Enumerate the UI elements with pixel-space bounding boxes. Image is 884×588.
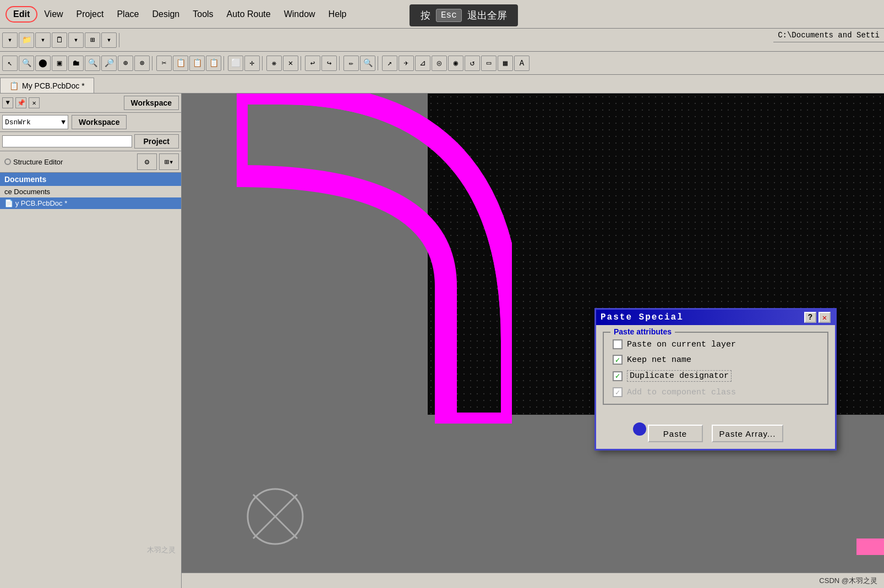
tb2-btn-29[interactable]: ▦: [498, 56, 513, 71]
sidebar-pin-btn[interactable]: ▼: [2, 97, 13, 108]
menu-project[interactable]: Project: [70, 7, 111, 21]
dialog-close-btn[interactable]: ✕: [818, 312, 831, 323]
sidebar-search-box[interactable]: [2, 135, 132, 147]
paste-array-button[interactable]: Paste Array...: [712, 425, 784, 442]
tb2-btn-1[interactable]: ↖: [2, 56, 18, 71]
dropdown-value: DsnWrk: [5, 118, 31, 127]
toolbar-btn-5[interactable]: ▾: [68, 32, 84, 48]
tb2-btn-19[interactable]: ↪: [321, 56, 337, 71]
tree-item-ce-documents[interactable]: ce Documents: [0, 186, 181, 197]
tb2-btn-30[interactable]: A: [514, 56, 530, 71]
path-display: C:\Documents and Setti: [773, 29, 884, 42]
tb2-btn-9[interactable]: ⊗: [134, 56, 150, 71]
tree-item-pcbdoc[interactable]: 📄 y PCB.PcbDoc *: [0, 197, 181, 209]
toolbar-btn-1[interactable]: ▾: [2, 32, 18, 48]
dialog-content: Paste attributes Paste on current layer …: [596, 325, 835, 420]
tb2-btn-10[interactable]: ✂: [156, 56, 172, 71]
tree-item-label: y PCB.PcbDoc *: [15, 199, 68, 207]
main-layout: ▼ 📌 ✕ Workspace DsnWrk ▼ Workspace Proje…: [0, 94, 884, 588]
menu-view[interactable]: View: [37, 7, 69, 21]
menu-tools[interactable]: Tools: [186, 7, 220, 21]
tb2-btn-18[interactable]: ↩: [305, 56, 320, 71]
tb2-btn-7[interactable]: 🔎: [101, 56, 117, 71]
structure-radio[interactable]: [4, 158, 11, 165]
tb2-sep-2: [223, 56, 226, 70]
sidebar-dock-btn[interactable]: 📌: [15, 97, 26, 108]
toolbar-btn-7[interactable]: ▾: [101, 32, 117, 48]
tb2-btn-20[interactable]: ✏: [343, 56, 359, 71]
dialog-title-buttons: ? ✕: [804, 312, 831, 323]
dialog-help-btn[interactable]: ?: [804, 312, 816, 323]
sidebar: ▼ 📌 ✕ Workspace DsnWrk ▼ Workspace Proje…: [0, 94, 182, 588]
menu-autoroute[interactable]: Auto Route: [220, 7, 277, 21]
toolbar-sep-1: [119, 33, 121, 47]
project-button[interactable]: Project: [134, 134, 179, 149]
tb2-btn-23[interactable]: ✈: [399, 56, 414, 71]
tb2-btn-16[interactable]: ❋: [266, 56, 282, 71]
tb2-btn-27[interactable]: ↺: [465, 56, 480, 71]
canvas-area: CSDN @木羽之灵 Paste Special ? ✕ Paste attri…: [182, 94, 884, 588]
checkbox-box-2[interactable]: ✓: [613, 355, 623, 365]
tabbar: 📋 My PCB.PcbDoc *: [0, 75, 884, 94]
tree-item-label: ce Documents: [4, 188, 50, 196]
sidebar-dropdown[interactable]: DsnWrk ▼: [2, 115, 68, 129]
tb2-btn-2[interactable]: 🔍: [19, 56, 34, 71]
tb2-btn-13[interactable]: 📋: [206, 56, 221, 71]
tb2-btn-14[interactable]: ⬜: [228, 56, 243, 71]
toolbar-btn-6[interactable]: ⊞: [85, 32, 100, 48]
tb2-sep-6: [378, 56, 380, 70]
tb2-sep-1: [152, 56, 154, 70]
menu-design[interactable]: Design: [145, 7, 186, 21]
tb2-btn-26[interactable]: ◉: [448, 56, 463, 71]
workspace-button[interactable]: Workspace: [124, 96, 179, 110]
menu-help[interactable]: Help: [322, 7, 353, 21]
tab-pcbdoc[interactable]: 📋 My PCB.PcbDoc *: [0, 78, 94, 93]
status-bar: CSDN @木羽之灵: [182, 573, 884, 588]
structure-icon-btn-2[interactable]: ⊞▾: [159, 153, 179, 170]
tab-icon: 📋: [9, 81, 19, 90]
tb2-btn-5[interactable]: 🖿: [68, 56, 84, 71]
tab-label: My PCB.PcbDoc *: [22, 81, 85, 90]
checkbox-add-component-class: ✓ Add to component class: [613, 387, 818, 397]
structure-editor-label: Structure Editor: [2, 158, 63, 166]
magenta-curve: [237, 94, 512, 424]
menu-place[interactable]: Place: [110, 7, 145, 21]
sidebar-search-row: Project: [0, 132, 181, 151]
checkbox-label-4: Add to component class: [627, 388, 736, 397]
esc-key: Esc: [436, 9, 462, 22]
toolbar-btn-2[interactable]: 📁: [19, 32, 34, 48]
checkbox-paste-current-layer[interactable]: Paste on current layer: [613, 339, 818, 349]
paste-attributes-legend: Paste attributes: [610, 327, 675, 336]
structure-icon-btn-1[interactable]: ⚙: [137, 153, 157, 170]
tb2-sep-5: [339, 56, 341, 70]
tb2-btn-3[interactable]: ⬤: [35, 56, 51, 71]
paste-button[interactable]: Paste: [648, 425, 703, 442]
tb2-btn-12[interactable]: 📋: [189, 56, 205, 71]
tb2-btn-25[interactable]: ◎: [432, 56, 447, 71]
tb2-btn-11[interactable]: 📋: [173, 56, 188, 71]
workspace-btn-2[interactable]: Workspace: [72, 115, 127, 129]
menu-edit[interactable]: Edit: [6, 6, 37, 23]
tree-section-documents: Documents: [0, 173, 181, 186]
menu-window[interactable]: Window: [277, 7, 322, 21]
checkbox-keep-net-name[interactable]: ✓ Keep net name: [613, 355, 818, 365]
tb2-btn-17[interactable]: ✕: [283, 56, 298, 71]
toolbar-btn-3[interactable]: ▾: [35, 32, 51, 48]
tb2-btn-8[interactable]: ⊕: [118, 56, 133, 71]
paste-special-dialog[interactable]: Paste Special ? ✕ Paste attributes Paste…: [594, 308, 837, 450]
tb2-btn-24[interactable]: ⊿: [415, 56, 430, 71]
tb2-btn-22[interactable]: ↗: [382, 56, 397, 71]
checkbox-duplicate-designator[interactable]: ✓ Duplicate designator: [613, 370, 818, 382]
checkbox-box-1[interactable]: [613, 339, 623, 349]
checkbox-label-2: Keep net name: [627, 355, 691, 365]
tb2-btn-4[interactable]: ▣: [52, 56, 67, 71]
checkbox-box-3[interactable]: ✓: [613, 371, 623, 381]
tb2-btn-28[interactable]: ▭: [481, 56, 496, 71]
tb2-btn-6[interactable]: 🔍: [85, 56, 100, 71]
tb2-btn-15[interactable]: ✛: [244, 56, 260, 71]
toolbar-btn-4[interactable]: 🗒: [52, 32, 67, 48]
sidebar-watermark: 木羽之灵: [147, 545, 176, 555]
pink-bar: [856, 538, 884, 555]
tb2-btn-21[interactable]: 🔍: [360, 56, 375, 71]
sidebar-close-btn[interactable]: ✕: [29, 97, 40, 108]
